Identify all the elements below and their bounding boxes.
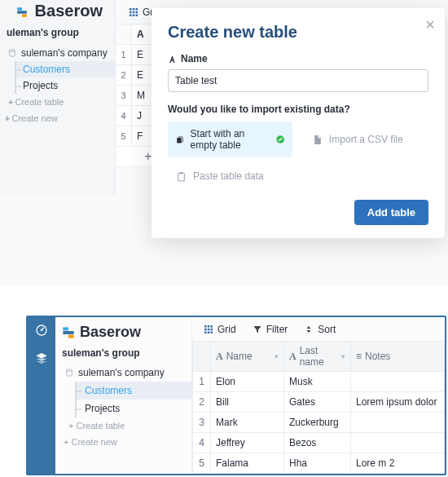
svg-rect-21	[204, 328, 207, 330]
option-import-csv[interactable]: Import a CSV file	[304, 121, 428, 157]
column-header-name[interactable]: A Name▾	[211, 342, 284, 372]
svg-rect-24	[204, 331, 207, 333]
row-number: 3	[116, 86, 132, 105]
option-csv-label: Import a CSV file	[329, 134, 403, 145]
svg-rect-2	[133, 8, 135, 11]
add-table-button[interactable]: Add table	[354, 200, 428, 225]
create-table-link[interactable]: + Create table	[60, 417, 191, 434]
filter-label: Filter	[266, 324, 288, 335]
table-row[interactable]: 4JeffreyBezos	[193, 433, 445, 453]
chevron-down-icon[interactable]: ▾	[341, 352, 345, 360]
svg-point-16	[41, 329, 43, 332]
sidebar-company[interactable]: suleman's company	[60, 364, 191, 382]
database-icon	[65, 368, 73, 378]
cell-notes[interactable]	[351, 413, 445, 433]
sidebar-item-customers[interactable]: Customers	[16, 61, 115, 77]
table-name-input[interactable]	[168, 69, 428, 92]
import-question: Would you like to import existing data?	[168, 104, 428, 115]
sidebar-company[interactable]: suleman's company	[3, 45, 115, 61]
nav-rail	[28, 317, 55, 474]
sort-button[interactable]: Sort	[304, 324, 336, 335]
create-table-link[interactable]: +Create table	[3, 94, 115, 110]
row-number: 4	[193, 433, 211, 453]
cell-lastname[interactable]: Zuckerburg	[284, 413, 351, 433]
grid-label: Grid	[217, 324, 236, 335]
screenshot-table-view: Baserow suleman's group suleman's compan…	[26, 316, 446, 475]
table-row[interactable]: 2BillGatesLorem ipsum dolor	[193, 392, 445, 413]
create-table-label: Create table	[15, 97, 64, 107]
svg-rect-14	[180, 172, 182, 174]
create-new-label: Create new	[11, 113, 57, 123]
name-label-text: Name	[181, 53, 208, 64]
cell-notes[interactable]	[351, 433, 445, 453]
svg-rect-7	[130, 14, 132, 16]
row-number: 5	[116, 126, 132, 146]
sidebar-item-projects[interactable]: Projects	[77, 400, 191, 417]
brand-text: Baserow	[35, 2, 103, 20]
row-number: 5	[193, 453, 211, 474]
cell[interactable]: E	[132, 65, 148, 85]
cell-name[interactable]: Bill	[211, 392, 284, 413]
svg-rect-11	[177, 138, 182, 143]
cell[interactable]: F	[132, 126, 147, 146]
chevron-down-icon[interactable]: ▾	[275, 352, 279, 360]
cell-name[interactable]: Jeffrey	[211, 433, 284, 453]
company-label: suleman's company	[21, 47, 108, 59]
name-field-label: Name	[168, 53, 428, 64]
cell-notes[interactable]	[351, 372, 445, 392]
modal-title: Create new table	[168, 23, 428, 42]
filter-icon	[253, 325, 262, 334]
row-number: 4	[116, 106, 132, 126]
brand-logo-icon	[16, 7, 28, 18]
svg-rect-3	[136, 8, 138, 11]
layers-icon[interactable]	[35, 351, 48, 364]
cell-lastname[interactable]: Bezos	[284, 433, 351, 453]
sort-icon	[304, 325, 314, 334]
sidebar-item-customers[interactable]: Customers	[77, 382, 191, 400]
table-row[interactable]: 1ElonMusk	[193, 372, 445, 392]
sidebar-item-projects[interactable]: Projects	[16, 77, 115, 94]
column-header-notes[interactable]: ≡ Notes	[351, 342, 445, 372]
option-paste-data[interactable]: Paste table data	[168, 164, 292, 188]
brand-text: Baserow	[80, 324, 141, 341]
create-new-link[interactable]: + Create new	[55, 434, 191, 450]
cell-notes[interactable]: Lore m 2	[351, 453, 445, 474]
dashboard-icon[interactable]	[35, 324, 48, 337]
svg-rect-1	[130, 8, 132, 11]
text-column-icon: A	[132, 24, 149, 44]
create-new-link[interactable]: +Create new	[0, 110, 115, 126]
svg-rect-6	[136, 11, 138, 13]
cell-lastname[interactable]: Musk	[284, 372, 351, 392]
cell-notes[interactable]: Lorem ipsum dolor	[351, 392, 445, 413]
column-label: Notes	[365, 351, 390, 362]
data-table: A Name▾ A Last name▾ ≡ Notes 1ElonMusk2B…	[192, 342, 445, 474]
column-header-lastname[interactable]: A Last name▾	[284, 342, 351, 372]
table-row[interactable]: 3MarkZuckerburg	[193, 413, 445, 433]
option-empty-table[interactable]: Start with an empty table	[168, 121, 292, 157]
cell[interactable]: J	[132, 106, 147, 126]
grid-icon	[204, 325, 213, 334]
svg-rect-26	[211, 331, 213, 333]
plus-icon: +	[5, 113, 10, 123]
view-grid-button[interactable]: Grid	[204, 324, 236, 335]
clipboard-icon	[176, 171, 187, 182]
sidebar: Baserow uleman's group suleman's company…	[0, 0, 116, 196]
create-table-label: Create table	[77, 421, 125, 431]
table-row[interactable]: 5FalamaHhaLore m 2	[193, 453, 445, 474]
svg-rect-4	[130, 11, 132, 13]
filter-button[interactable]: Filter	[253, 324, 288, 335]
cell-name[interactable]: Falama	[211, 453, 284, 474]
cell-name[interactable]: Mark	[211, 413, 284, 433]
row-number: 1	[193, 372, 211, 392]
column-label: Last name	[300, 345, 338, 368]
cell-lastname[interactable]: Hha	[284, 453, 351, 474]
cell[interactable]: M	[132, 86, 150, 105]
cell-name[interactable]: Elon	[211, 372, 284, 392]
cell[interactable]: E	[132, 45, 148, 64]
row-number: 1	[116, 45, 132, 64]
svg-rect-23	[211, 328, 213, 330]
plus-icon: +	[8, 97, 13, 107]
svg-rect-9	[136, 14, 138, 16]
modal-close-button[interactable]: ×	[425, 16, 435, 33]
cell-lastname[interactable]: Gates	[284, 392, 351, 413]
